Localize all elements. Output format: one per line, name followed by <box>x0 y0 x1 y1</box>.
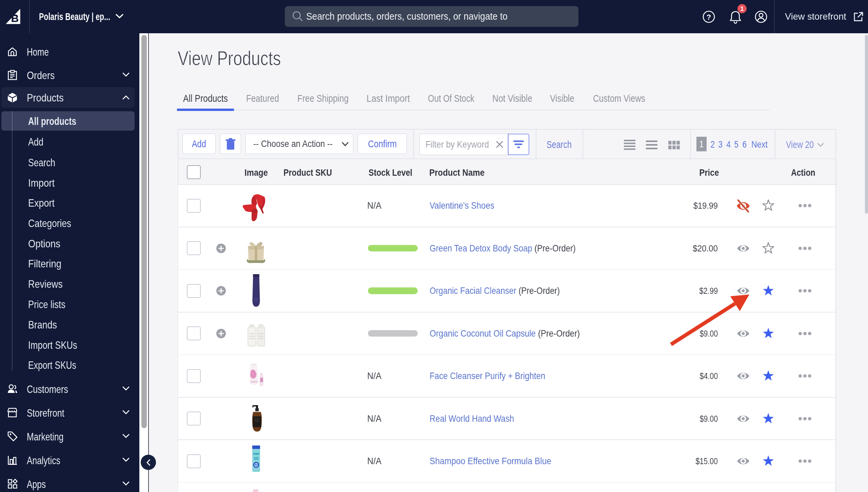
svg-text:?: ? <box>707 13 711 21</box>
